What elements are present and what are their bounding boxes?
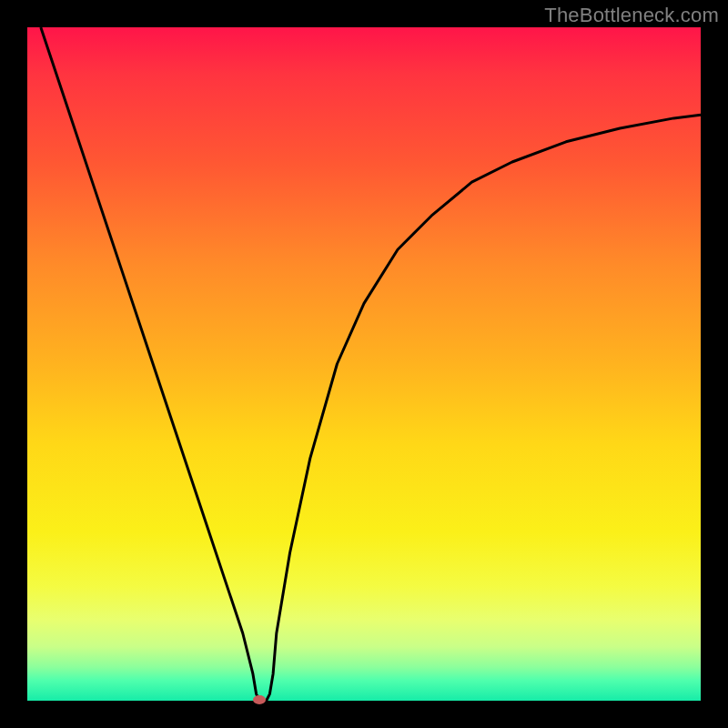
curve-layer bbox=[27, 27, 701, 701]
minimum-marker bbox=[253, 695, 266, 704]
bottleneck-curve bbox=[41, 27, 701, 701]
chart-container: TheBottleneck.com bbox=[0, 0, 728, 728]
watermark-text: TheBottleneck.com bbox=[544, 4, 719, 27]
